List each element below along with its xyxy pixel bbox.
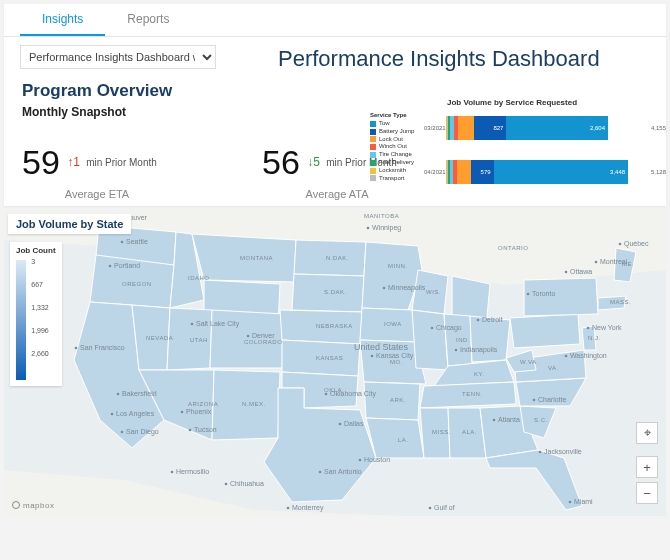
svg-text:Chicago: Chicago bbox=[436, 324, 462, 332]
map-attribution: mapbox bbox=[12, 500, 54, 510]
svg-point-70 bbox=[383, 287, 386, 290]
svg-text:MO.: MO. bbox=[390, 359, 403, 365]
svg-text:VA.: VA. bbox=[548, 365, 559, 371]
svg-text:IND.: IND. bbox=[456, 337, 470, 343]
svg-point-74 bbox=[477, 319, 480, 322]
svg-text:ME.: ME. bbox=[622, 261, 634, 267]
svg-text:Monterrey: Monterrey bbox=[292, 504, 324, 512]
svg-text:IDAHO: IDAHO bbox=[188, 275, 210, 281]
svg-text:Bakersfield: Bakersfield bbox=[122, 390, 157, 397]
svg-point-52 bbox=[109, 265, 112, 268]
svg-text:Hermosillo: Hermosillo bbox=[176, 468, 209, 475]
svg-text:Gulf of: Gulf of bbox=[434, 504, 455, 511]
svg-text:LA.: LA. bbox=[398, 437, 409, 443]
map-controls: ⌖ + − bbox=[636, 422, 658, 504]
svg-point-94 bbox=[359, 459, 362, 462]
svg-point-98 bbox=[339, 423, 342, 426]
svg-point-88 bbox=[493, 419, 496, 422]
svg-text:COLORADO: COLORADO bbox=[244, 339, 282, 345]
eta-label: Average ETA bbox=[22, 188, 172, 200]
legend-gradient bbox=[16, 260, 26, 380]
svg-text:MASS.: MASS. bbox=[610, 299, 631, 305]
svg-text:Houston: Houston bbox=[364, 456, 390, 463]
dashboard-title: Performance Insights Dashboard bbox=[278, 46, 600, 72]
tab-reports[interactable]: Reports bbox=[105, 4, 191, 36]
map-canvas[interactable]: VancouverSeattlePortlandSan FranciscoBak… bbox=[4, 210, 666, 516]
tab-insights[interactable]: Insights bbox=[20, 4, 105, 36]
svg-text:Phoenix: Phoenix bbox=[186, 408, 212, 415]
svg-text:Minneapolis: Minneapolis bbox=[388, 284, 426, 292]
svg-text:Québec: Québec bbox=[624, 240, 649, 248]
svg-text:N.DAK.: N.DAK. bbox=[326, 255, 349, 261]
map-legend-title: Job Count bbox=[16, 246, 56, 255]
center-label: United States bbox=[354, 342, 409, 352]
svg-text:N.MEX.: N.MEX. bbox=[242, 401, 266, 407]
svg-text:San Diego: San Diego bbox=[126, 428, 159, 436]
svg-text:Miami: Miami bbox=[574, 498, 593, 505]
map-panel: Job Volume by State Job Count 36671,3321… bbox=[4, 210, 666, 516]
svg-text:OREGON: OREGON bbox=[122, 281, 152, 287]
svg-text:Ottawa: Ottawa bbox=[570, 268, 592, 275]
svg-text:N.J.: N.J. bbox=[588, 335, 601, 341]
tabs: Insights Reports bbox=[4, 4, 666, 37]
job-volume-chart: Job Volume by Service Requested Service … bbox=[370, 98, 654, 107]
svg-text:New York: New York bbox=[592, 324, 622, 331]
svg-text:KY.: KY. bbox=[474, 371, 484, 377]
svg-marker-43 bbox=[510, 314, 580, 348]
svg-marker-29 bbox=[412, 310, 448, 370]
svg-point-82 bbox=[619, 243, 622, 246]
svg-text:Winnipeg: Winnipeg bbox=[372, 224, 401, 232]
svg-text:UTAH: UTAH bbox=[190, 337, 208, 343]
svg-text:Los Angeles: Los Angeles bbox=[116, 410, 155, 418]
ata-label: Average ATA bbox=[262, 188, 412, 200]
svg-point-58 bbox=[111, 413, 114, 416]
svg-point-116 bbox=[429, 507, 432, 510]
zoom-out-button[interactable]: − bbox=[636, 482, 658, 504]
svg-point-60 bbox=[121, 431, 124, 434]
eta-value: 59 bbox=[22, 143, 60, 182]
svg-point-90 bbox=[539, 451, 542, 454]
locate-button[interactable]: ⌖ bbox=[636, 422, 658, 444]
svg-point-96 bbox=[319, 471, 322, 474]
svg-point-104 bbox=[287, 507, 290, 510]
svg-text:Washington: Washington bbox=[570, 352, 607, 360]
svg-point-114 bbox=[455, 349, 458, 352]
svg-text:San Francisco: San Francisco bbox=[80, 344, 125, 351]
eta-prior: min Prior Month bbox=[86, 157, 157, 168]
zoom-in-button[interactable]: + bbox=[636, 456, 658, 478]
svg-point-106 bbox=[225, 483, 228, 486]
chart-title: Job Volume by Service Requested bbox=[370, 98, 654, 107]
svg-text:IOWA: IOWA bbox=[384, 321, 402, 327]
svg-point-72 bbox=[431, 327, 434, 330]
eta-delta: ↑1 min Prior Month bbox=[67, 155, 157, 169]
svg-point-62 bbox=[181, 411, 184, 414]
chart-bars: 03/20218272,6044,15504/20215793,4485,128 bbox=[424, 116, 648, 204]
svg-marker-27 bbox=[366, 418, 424, 458]
svg-text:Atlanta: Atlanta bbox=[498, 416, 520, 423]
svg-text:W.VA.: W.VA. bbox=[520, 359, 539, 365]
svg-point-80 bbox=[595, 261, 598, 264]
svg-text:NEBRASKA: NEBRASKA bbox=[316, 323, 353, 329]
svg-point-64 bbox=[189, 429, 192, 432]
dashboard-select[interactable]: Performance Insights Dashboard w ATA bbox=[20, 45, 216, 69]
svg-point-86 bbox=[565, 355, 568, 358]
svg-point-100 bbox=[325, 393, 328, 396]
svg-point-108 bbox=[171, 471, 174, 474]
svg-marker-44 bbox=[524, 278, 598, 316]
svg-point-112 bbox=[533, 399, 536, 402]
svg-point-76 bbox=[527, 293, 530, 296]
svg-text:WIS.: WIS. bbox=[426, 289, 441, 295]
svg-text:ONTARIO: ONTARIO bbox=[498, 245, 528, 251]
metric-eta: 59 ↑1 min Prior Month Average ETA bbox=[22, 143, 172, 200]
svg-point-110 bbox=[367, 227, 370, 230]
svg-text:Portland: Portland bbox=[114, 262, 140, 269]
svg-text:Detroit: Detroit bbox=[482, 316, 503, 323]
legend-ticks: 36671,3321,9962,660 bbox=[31, 258, 49, 373]
svg-text:MONTANA: MONTANA bbox=[240, 255, 273, 261]
map-title: Job Volume by State bbox=[8, 214, 131, 234]
svg-text:NEVADA: NEVADA bbox=[146, 335, 173, 341]
svg-point-68 bbox=[191, 323, 194, 326]
svg-text:ARIZONA: ARIZONA bbox=[188, 401, 218, 407]
svg-point-50 bbox=[121, 241, 124, 244]
svg-text:Denver: Denver bbox=[252, 332, 275, 339]
